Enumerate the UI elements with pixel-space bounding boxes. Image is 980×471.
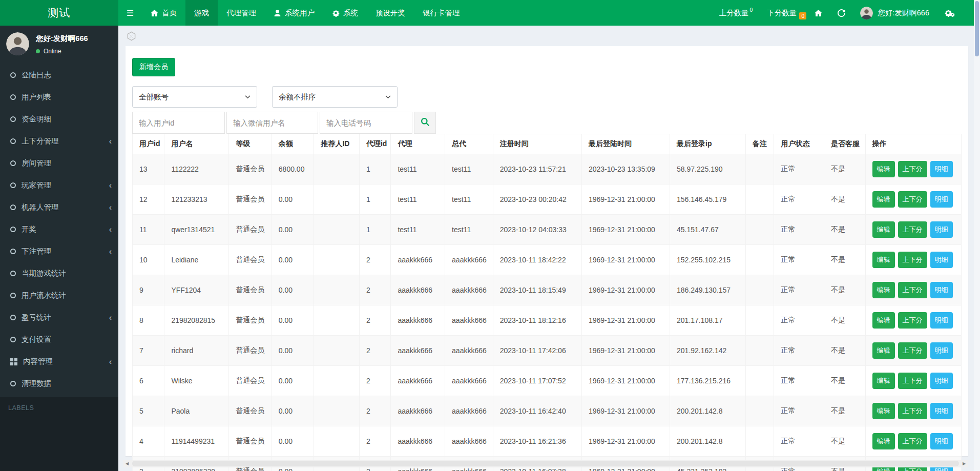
sidebar-item-user-list[interactable]: 用户列表 <box>0 86 118 108</box>
detail-button[interactable]: 明细 <box>930 342 953 359</box>
table-cell: 2 <box>359 336 390 366</box>
table-cell: 1 <box>359 215 390 245</box>
edit-button[interactable]: 编辑 <box>872 312 895 329</box>
table-cell: 200.201.142.8 <box>670 396 746 426</box>
updown-button[interactable]: 上下分 <box>898 282 927 298</box>
table-cell: 186.249.130.157 <box>670 275 746 305</box>
chevron-left-icon: ‹ <box>109 358 112 366</box>
table-cell: 2023-10-12 04:03:33 <box>493 215 581 245</box>
scroll-left-arrow-icon[interactable]: ◀ <box>123 460 131 467</box>
edit-button[interactable]: 编辑 <box>872 403 895 419</box>
edit-button[interactable]: 编辑 <box>872 221 895 238</box>
detail-button[interactable]: 明细 <box>930 221 953 238</box>
sidebar-item-current-game-stats[interactable]: 当期游戏统计 <box>0 262 118 284</box>
sidebar-item-robot-management[interactable]: 机器人管理‹ <box>0 196 118 218</box>
nav-item-system[interactable]: 系统 <box>323 0 367 26</box>
home-shortcut-button[interactable] <box>807 9 830 17</box>
nav-item-bank-card-management[interactable]: 银行卡管理 <box>414 0 469 26</box>
detail-button[interactable]: 明细 <box>930 252 953 268</box>
table-row: 11qwer1314521普通会员0.001test11test112023-1… <box>133 215 962 245</box>
balance-sort-select[interactable]: 余额不排序 <box>272 86 398 108</box>
sidebar-item-profit-loss-stats[interactable]: 盈亏统计‹ <box>0 306 118 329</box>
edit-button[interactable]: 编辑 <box>872 252 895 268</box>
table-cell: 1969-12-31 21:00:00 <box>581 426 670 457</box>
table-cell: 2023-10-11 16:42:40 <box>493 396 581 426</box>
updown-button[interactable]: 上下分 <box>898 373 927 389</box>
nav-item-agent-management[interactable]: 代理管理 <box>218 0 265 26</box>
sidebar-item-user-flow-stats[interactable]: 用户流水统计 <box>0 284 118 306</box>
updown-button[interactable]: 上下分 <box>898 312 927 329</box>
table-cell: 2023-10-11 16:21:36 <box>493 426 581 457</box>
detail-button[interactable]: 明细 <box>930 433 953 449</box>
down-score-counter[interactable]: 下分数量 0 <box>760 8 807 18</box>
sidebar-item-payment-settings[interactable]: 支付设置 <box>0 329 118 351</box>
updown-button[interactable]: 上下分 <box>898 221 927 238</box>
scroll-right-arrow-icon[interactable]: ▶ <box>960 460 968 467</box>
refresh-button[interactable] <box>830 9 853 17</box>
sidebar-toggle-button[interactable]: ☰ <box>118 0 142 26</box>
table-cell: aaakkk666 <box>391 426 445 457</box>
hexagon-collapse-icon[interactable] <box>127 31 136 41</box>
actions-cell: 编辑上下分明细 <box>865 396 961 426</box>
edit-button[interactable]: 编辑 <box>872 373 895 389</box>
nav-item-games[interactable]: 游戏 <box>185 0 218 26</box>
brand-logo[interactable]: 测试 <box>0 0 118 26</box>
sidebar-avatar <box>6 32 29 55</box>
edit-button[interactable]: 编辑 <box>872 282 895 298</box>
settings-button[interactable] <box>936 9 963 17</box>
updown-button[interactable]: 上下分 <box>898 342 927 359</box>
table-cell: richard <box>164 336 229 366</box>
nav-item-system-users[interactable]: 系统用户 <box>265 0 323 26</box>
vertical-scrollbar[interactable] <box>974 0 980 471</box>
labels-header: LABELS <box>0 397 118 419</box>
table-cell: 6800.00 <box>272 154 314 185</box>
updown-button[interactable]: 上下分 <box>898 433 927 449</box>
updown-button[interactable]: 上下分 <box>898 252 927 268</box>
updown-button[interactable]: 上下分 <box>898 191 927 208</box>
sidebar-item-bet-management[interactable]: 下注管理‹ <box>0 240 118 262</box>
detail-button[interactable]: 明细 <box>930 191 953 208</box>
detail-button[interactable]: 明细 <box>930 312 953 329</box>
circle-icon <box>10 381 16 386</box>
account-type-select[interactable]: 全部账号 <box>132 86 257 108</box>
edit-button[interactable]: 编辑 <box>872 433 895 449</box>
detail-button[interactable]: 明细 <box>930 282 953 298</box>
sidebar-item-label: 玩家管理 <box>22 180 51 190</box>
table-cell <box>746 396 774 426</box>
detail-button[interactable]: 明细 <box>930 403 953 419</box>
sidebar-item-label: 资金明细 <box>22 114 51 124</box>
sidebar-item-clear-data[interactable]: 清理数据 <box>0 373 118 395</box>
updown-button[interactable]: 上下分 <box>898 403 927 419</box>
user-menu[interactable]: 您好:发财啊666 <box>853 7 936 19</box>
sidebar-item-lottery-draw[interactable]: 开奖‹ <box>0 218 118 240</box>
edit-button[interactable]: 编辑 <box>872 161 895 177</box>
vertical-scrollbar-thumb[interactable] <box>975 1 979 56</box>
sidebar-item-score-management[interactable]: 上下分管理‹ <box>0 130 118 152</box>
edit-button[interactable]: 编辑 <box>872 191 895 208</box>
detail-button[interactable]: 明细 <box>930 161 953 177</box>
sidebar-item-funds-detail[interactable]: 资金明细 <box>0 108 118 130</box>
phone-number-input[interactable] <box>320 112 412 134</box>
add-member-button[interactable]: 新增会员 <box>132 58 175 76</box>
actions-cell: 编辑上下分明细 <box>865 305 961 336</box>
search-button[interactable] <box>414 112 436 134</box>
actions-cell: 编辑上下分明细 <box>865 215 961 245</box>
nav-item-preset-lottery[interactable]: 预设开奖 <box>367 0 414 26</box>
horizontal-scrollbar[interactable]: ◀ ▶ <box>123 460 968 467</box>
detail-button[interactable]: 明细 <box>930 373 953 389</box>
user-id-input[interactable] <box>132 112 225 134</box>
online-status[interactable]: Online <box>36 48 88 55</box>
sidebar-item-login-logs[interactable]: 登陆日志 <box>0 64 118 86</box>
nav-item-home[interactable]: 首页 <box>142 0 185 26</box>
horizontal-scrollbar-thumb[interactable] <box>132 461 959 466</box>
nav-item-label: 预设开奖 <box>376 8 405 18</box>
sidebar-item-room-management[interactable]: 房间管理 <box>0 152 118 174</box>
wechat-name-input[interactable] <box>226 112 318 134</box>
sidebar-item-content-management[interactable]: 内容管理‹ <box>0 351 118 373</box>
sidebar-item-player-management[interactable]: 玩家管理‹ <box>0 174 118 196</box>
table-cell: 不是 <box>824 185 866 215</box>
up-score-counter[interactable]: 上分数量0 <box>712 8 760 18</box>
main-content: 新增会员 全部账号 余额不排序 <box>118 26 980 471</box>
updown-button[interactable]: 上下分 <box>898 161 927 177</box>
edit-button[interactable]: 编辑 <box>872 342 895 359</box>
